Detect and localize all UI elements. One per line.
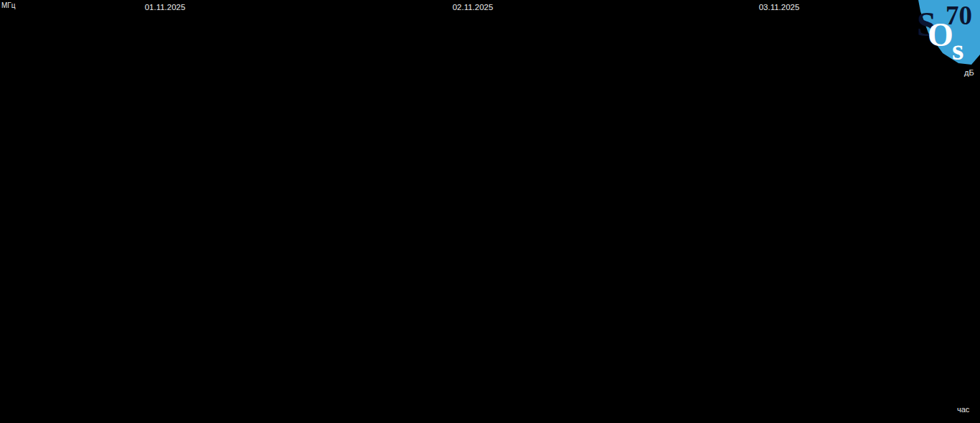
app-root: 01.11.2025 02.11.2025 03.11.2025 МГц час… xyxy=(0,0,980,423)
logo-letter-o: O xyxy=(928,17,953,53)
spectrogram-canvas xyxy=(0,0,980,423)
logo-letter-s-bottom: s xyxy=(952,33,963,66)
date-label-day2: 02.11.2025 xyxy=(453,3,494,11)
colorbar-unit-label: дБ xyxy=(964,68,974,77)
y-axis-unit-label: МГц xyxy=(1,1,15,9)
x-axis-unit-label: час xyxy=(957,405,969,414)
date-label-day3: 03.11.2025 xyxy=(759,3,800,11)
sos-70-logo: S 70 O s xyxy=(914,0,980,69)
date-label-day1: 01.11.2025 xyxy=(145,3,186,11)
